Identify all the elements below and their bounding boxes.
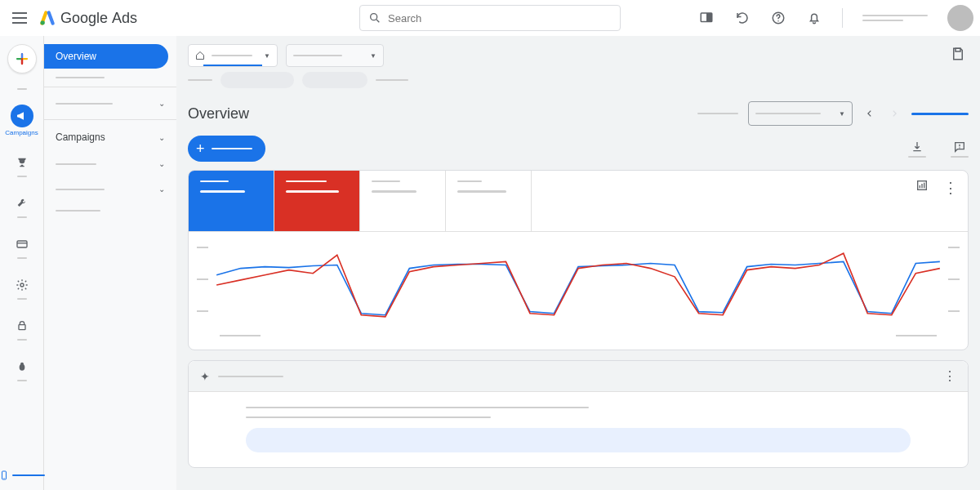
insights-card: ✦ ⋮ xyxy=(188,360,969,468)
breadcrumb-item[interactable] xyxy=(188,79,212,81)
page-title: Overview xyxy=(188,105,249,122)
hamburger-menu-icon[interactable] xyxy=(10,8,29,28)
home-icon xyxy=(195,51,205,60)
svg-point-6 xyxy=(777,20,779,22)
product-name: Google Ads xyxy=(60,10,137,27)
feedback-icon xyxy=(953,140,966,154)
rail-admin[interactable] xyxy=(0,274,43,300)
insight-action-pill[interactable] xyxy=(246,428,911,452)
product-logo[interactable]: Google Ads xyxy=(39,10,137,27)
expand-chart-icon[interactable] xyxy=(915,179,929,197)
trophy-icon xyxy=(16,156,29,169)
sparkles-icon: ✦ xyxy=(200,370,210,383)
gear-icon xyxy=(16,278,29,292)
svg-rect-21 xyxy=(956,48,960,51)
line-chart xyxy=(189,232,968,350)
date-range-dropdown[interactable]: ▼ xyxy=(748,101,853,126)
date-prev-button[interactable] xyxy=(862,104,877,123)
svg-point-0 xyxy=(41,20,45,24)
sidebar: Overview ⌄ Campaigns⌄ ⌄ ⌄ xyxy=(44,36,176,490)
account-selector[interactable] xyxy=(862,15,928,21)
notifications-icon[interactable] xyxy=(806,10,822,26)
metric-tab-1[interactable] xyxy=(189,171,274,231)
save-view-icon[interactable] xyxy=(951,47,969,65)
user-avatar[interactable] xyxy=(947,5,973,31)
svg-rect-16 xyxy=(19,325,25,330)
download-button[interactable] xyxy=(908,140,926,158)
svg-rect-25 xyxy=(920,185,920,188)
account-dropdown[interactable]: ▼ xyxy=(188,44,278,67)
performance-chart-card: ⋮ xyxy=(188,170,969,350)
svg-line-2 xyxy=(376,20,379,22)
svg-point-1 xyxy=(371,14,377,20)
chevron-left-icon xyxy=(866,109,874,118)
app-header: Google Ads xyxy=(0,0,980,36)
tools-icon xyxy=(16,197,29,210)
bug-icon xyxy=(16,360,29,373)
svg-rect-26 xyxy=(921,184,922,188)
filter-chip[interactable] xyxy=(220,72,294,88)
metric-tab-2[interactable] xyxy=(274,171,360,231)
rail-billing[interactable] xyxy=(0,233,43,259)
lock-icon xyxy=(16,319,29,332)
search-input[interactable] xyxy=(359,5,621,31)
campaign-filter-dropdown[interactable]: ▼ xyxy=(286,44,384,67)
appearance-icon[interactable] xyxy=(698,10,715,26)
card-menu-icon[interactable]: ⋮ xyxy=(943,368,956,384)
insight-text-line xyxy=(246,416,491,418)
rail-label xyxy=(17,88,27,90)
divider xyxy=(842,8,843,28)
phone-icon xyxy=(0,469,9,482)
date-next-button xyxy=(887,104,902,123)
new-campaign-button[interactable]: + xyxy=(188,136,265,162)
insight-text-line xyxy=(246,407,589,408)
refresh-icon[interactable] xyxy=(734,10,751,26)
svg-point-20 xyxy=(3,478,4,479)
svg-point-23 xyxy=(959,147,960,148)
help-icon[interactable] xyxy=(770,10,786,26)
sidebar-item-assets[interactable]: ⌄ xyxy=(44,151,176,176)
svg-point-18 xyxy=(20,363,24,366)
feedback-button[interactable] xyxy=(951,140,969,158)
megaphone-icon xyxy=(16,109,29,122)
rail-footer-link[interactable] xyxy=(0,469,45,482)
download-icon xyxy=(911,140,924,154)
plus-icon: + xyxy=(196,140,205,158)
sidebar-item-recommendations[interactable]: ⌄ xyxy=(44,91,176,116)
card-menu-icon[interactable]: ⋮ xyxy=(943,179,958,197)
svg-rect-13 xyxy=(17,241,27,247)
rail-goals[interactable] xyxy=(0,151,43,177)
metric-tab-3[interactable] xyxy=(360,171,446,231)
main-content: ▼ ▼ Overview ▼ xyxy=(176,36,980,490)
sidebar-item-overview[interactable]: Overview xyxy=(44,44,168,69)
svg-rect-27 xyxy=(924,183,924,189)
rail-tools[interactable] xyxy=(0,192,43,218)
plus-icon xyxy=(15,51,29,66)
google-ads-logo-icon xyxy=(39,10,56,26)
rail-campaigns-label: Campaigns xyxy=(5,129,38,136)
metric-tab-4[interactable] xyxy=(446,171,532,231)
sidebar-item-campaigns[interactable]: Campaigns⌄ xyxy=(44,123,176,151)
filter-chip[interactable] xyxy=(302,72,368,88)
rail-campaigns[interactable]: Campaigns xyxy=(0,105,43,136)
search-icon xyxy=(368,11,381,24)
rail-security[interactable] xyxy=(0,314,43,341)
rail-bugs[interactable] xyxy=(0,355,43,381)
insights-title xyxy=(218,376,283,377)
date-label xyxy=(697,113,738,114)
svg-rect-4 xyxy=(706,13,712,22)
left-rail: Campaigns xyxy=(0,36,44,490)
compare-toggle[interactable] xyxy=(911,113,969,115)
create-button[interactable] xyxy=(7,44,37,74)
search-field[interactable] xyxy=(388,12,612,24)
card-icon xyxy=(16,238,29,251)
svg-point-15 xyxy=(20,283,24,287)
breadcrumb-item[interactable] xyxy=(376,79,408,81)
sidebar-item-audiences[interactable]: ⌄ xyxy=(44,176,176,202)
chevron-right-icon xyxy=(890,109,898,118)
